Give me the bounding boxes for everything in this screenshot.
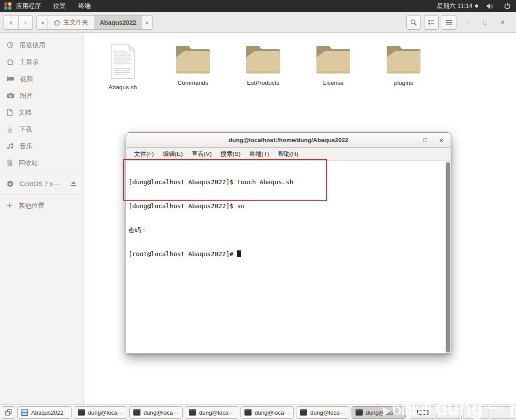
- file-manager-toolbar: ‹ › ◂ 主文件夹 Abaqus2022 ▸: [0, 12, 516, 33]
- breadcrumb-current-folder[interactable]: Abaqus2022: [94, 16, 142, 29]
- show-windows-button[interactable]: [2, 406, 15, 419]
- plus-icon: [7, 202, 13, 209]
- app-menu-button[interactable]: [442, 15, 456, 30]
- terminal-menu[interactable]: 终端: [72, 0, 97, 12]
- places-sidebar: 最近使用 主目录 视频 图片: [0, 33, 84, 404]
- taskbar-window-label: dung@loca···: [88, 409, 123, 416]
- taskbar-window-terminal-4[interactable]: dung@loca···: [240, 406, 294, 419]
- places-menu[interactable]: 位置: [47, 0, 72, 12]
- folder-icon: [175, 44, 211, 75]
- terminal-menu-help[interactable]: 帮助(H): [274, 150, 303, 158]
- file-item-license[interactable]: License: [304, 44, 362, 91]
- eject-icon[interactable]: [70, 181, 77, 186]
- sidebar-item-recent[interactable]: 最近使用: [0, 36, 83, 53]
- file-item-estproducts[interactable]: EstProducts: [234, 44, 292, 91]
- terminal-menu-search[interactable]: 搜索(S): [216, 150, 245, 158]
- workspace-3[interactable]: [463, 406, 488, 419]
- terminal-output: [dung@localhost Abaqus2022]$ touch Abaqu…: [128, 162, 444, 274]
- sidebar-item-label: 音乐: [20, 142, 32, 151]
- gnome-top-bar: 应用程序 位置 终端 星期六 11:14: [0, 0, 516, 12]
- workspace-1[interactable]: [410, 406, 435, 419]
- sidebar-item-label: 回收站: [19, 159, 38, 167]
- clock-label: 星期六 11:14: [437, 2, 472, 10]
- path-scroll-left-button[interactable]: ◂: [37, 16, 48, 29]
- file-grid: Abaqus.sh Commands EstProducts: [84, 33, 516, 91]
- sidebar-item-centos-volume[interactable]: CentOS 7 x···: [0, 174, 83, 193]
- sidebar-item-pictures[interactable]: 图片: [0, 87, 83, 104]
- file-item-commands[interactable]: Commands: [164, 44, 222, 91]
- clock-icon: [7, 41, 14, 48]
- terminal-body[interactable]: [dung@localhost Abaqus2022]$ touch Abaqu…: [126, 161, 451, 353]
- breadcrumb-home[interactable]: 主文件夹: [48, 16, 94, 29]
- terminal-line: [dung@localhost Abaqus2022]$ su: [128, 202, 444, 210]
- terminal-window: dung@localhost:/home/dung/Abaqus2022 – ✕…: [126, 132, 451, 354]
- minimize-button[interactable]: –: [465, 20, 471, 26]
- music-icon: [7, 143, 14, 150]
- workspace-2[interactable]: [436, 406, 462, 419]
- taskbar-window-terminal-6-active[interactable]: dung@loca···: [352, 406, 406, 419]
- camera-icon: [7, 92, 14, 99]
- terminal-scrollbar[interactable]: [445, 161, 451, 353]
- sidebar-item-label: 文档: [19, 108, 32, 117]
- taskbar-window-terminal-5[interactable]: dung@loca···: [296, 406, 349, 419]
- sidebar-item-trash[interactable]: 回收站: [0, 155, 83, 171]
- forward-button[interactable]: ›: [18, 16, 33, 29]
- terminal-minimize-button[interactable]: –: [406, 137, 412, 143]
- workspace-switcher: [410, 406, 515, 419]
- terminal-menu-view[interactable]: 查看(V): [187, 150, 216, 158]
- taskbar-window-label: dung@loca···: [144, 409, 179, 416]
- sidebar-item-label: CentOS 7 x···: [20, 180, 64, 187]
- clock[interactable]: 星期六 11:14: [434, 2, 481, 10]
- terminal-app-icon: [356, 409, 363, 416]
- workspace-4[interactable]: [490, 406, 515, 419]
- maximize-button[interactable]: [482, 20, 488, 26]
- terminal-line: 密码：: [128, 226, 444, 234]
- file-item-plugins[interactable]: plugins: [375, 44, 432, 91]
- applications-logo-icon: [4, 2, 12, 10]
- path-bar: ◂ 主文件夹 Abaqus2022 ▸: [36, 15, 153, 30]
- terminal-app-icon: [78, 409, 85, 416]
- taskbar-window-label: dung@loca···: [366, 409, 401, 416]
- sidebar-item-label: 其他位置: [19, 202, 44, 210]
- sidebar-item-videos[interactable]: 视频: [0, 70, 83, 87]
- terminal-window-controls: – ✕: [406, 133, 444, 148]
- taskbar-window-terminal-3[interactable]: dung@loca···: [185, 406, 238, 419]
- terminal-app-icon: [300, 409, 307, 416]
- sidebar-item-label: 最近使用: [20, 41, 45, 49]
- search-button[interactable]: [406, 15, 421, 30]
- terminal-scrollbar-thumb[interactable]: [446, 162, 450, 353]
- sidebar-item-label: 视频: [20, 75, 33, 83]
- sidebar-item-downloads[interactable]: 下载: [0, 121, 83, 138]
- file-name-label: plugins: [394, 79, 413, 86]
- applications-menu[interactable]: 应用程序: [10, 0, 47, 12]
- taskbar-window-filemanager[interactable]: Abaqus2022: [17, 406, 72, 419]
- power-icon[interactable]: [499, 3, 516, 9]
- sidebar-item-home[interactable]: 主目录: [0, 53, 83, 70]
- file-item-abaqus-sh[interactable]: Abaqus.sh: [94, 44, 152, 91]
- folder-icon: [315, 44, 352, 75]
- taskbar-window-label: Abaqus2022: [31, 409, 64, 416]
- hamburger-icon: [446, 20, 452, 25]
- sidebar-item-other-locations[interactable]: 其他位置: [0, 196, 83, 215]
- file-manager-icon: [21, 409, 28, 416]
- terminal-menu-file[interactable]: 文件(F): [130, 150, 158, 158]
- taskbar-window-terminal-2[interactable]: dung@loca···: [129, 406, 183, 419]
- close-button[interactable]: ✕: [500, 20, 506, 26]
- home-icon: [54, 20, 60, 26]
- terminal-menu-edit[interactable]: 编辑(E): [158, 150, 187, 158]
- back-button[interactable]: ‹: [4, 16, 18, 29]
- terminal-close-button[interactable]: ✕: [438, 137, 444, 143]
- windows-overlap-icon: [5, 409, 12, 416]
- terminal-titlebar[interactable]: dung@localhost:/home/dung/Abaqus2022 – ✕: [126, 133, 451, 148]
- terminal-menu-terminal[interactable]: 终端(T): [245, 150, 273, 158]
- volume-icon[interactable]: [481, 3, 499, 9]
- desktop: 应用程序 位置 终端 星期六 11:14 ‹ › ◂: [0, 0, 516, 420]
- taskbar-window-terminal-1[interactable]: dung@loca···: [74, 406, 127, 419]
- sidebar-item-music[interactable]: 音乐: [0, 138, 83, 155]
- sidebar-item-documents[interactable]: 文档: [0, 104, 83, 121]
- view-toggle-button[interactable]: [424, 15, 439, 30]
- path-scroll-right-button[interactable]: ▸: [142, 16, 152, 29]
- window-controls: – ✕: [465, 12, 506, 33]
- terminal-maximize-button[interactable]: [422, 137, 428, 143]
- video-camera-icon: [7, 76, 14, 82]
